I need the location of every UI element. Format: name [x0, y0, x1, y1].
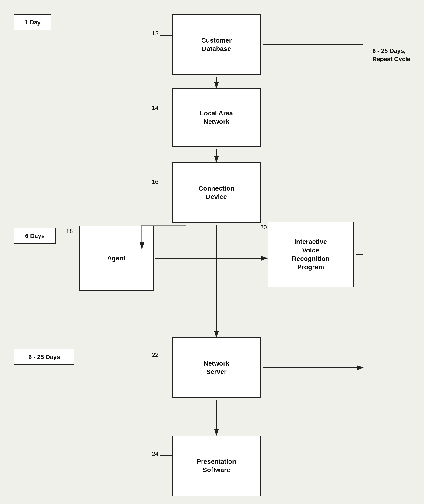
presentation-software-box: PresentationSoftware: [172, 436, 261, 496]
network-server-box: NetworkServer: [172, 337, 261, 398]
ref-24: 24: [152, 450, 158, 457]
diagram-container: 1 Day 6 Days 6 - 25 Days CustomerDatabas…: [0, 0, 424, 504]
label-1day: 1 Day: [14, 14, 51, 30]
ref-16: 16: [152, 178, 158, 186]
ref-12: 12: [152, 30, 158, 37]
ivrp-box: InteractiveVoiceRecognitionProgram: [268, 222, 354, 287]
label-6days: 6 Days: [14, 228, 56, 244]
ref-18: 18: [66, 228, 73, 235]
ref-14: 14: [152, 104, 158, 112]
ref-20: 20: [260, 224, 267, 231]
flow-arrows: [0, 0, 424, 504]
side-label-repeat-cycle: 6 - 25 Days,Repeat Cycle: [372, 47, 410, 63]
ref-22: 22: [152, 351, 158, 359]
connection-device-box: ConnectionDevice: [172, 162, 261, 223]
customer-database-box: CustomerDatabase: [172, 14, 261, 75]
local-area-network-box: Local AreaNetwork: [172, 88, 261, 147]
label-625days: 6 - 25 Days: [14, 349, 75, 365]
agent-box: Agent: [79, 226, 154, 291]
